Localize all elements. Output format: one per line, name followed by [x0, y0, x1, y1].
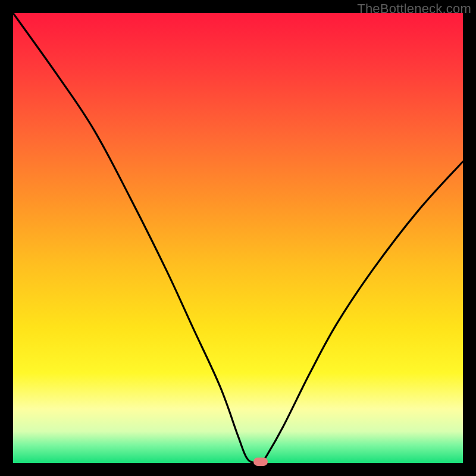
- bottleneck-curve: [13, 13, 463, 463]
- bottleneck-curve-svg: [13, 13, 463, 463]
- chart-plot-area: [13, 13, 463, 463]
- watermark-text: TheBottleneck.com: [357, 1, 471, 17]
- optimum-marker: [253, 458, 268, 466]
